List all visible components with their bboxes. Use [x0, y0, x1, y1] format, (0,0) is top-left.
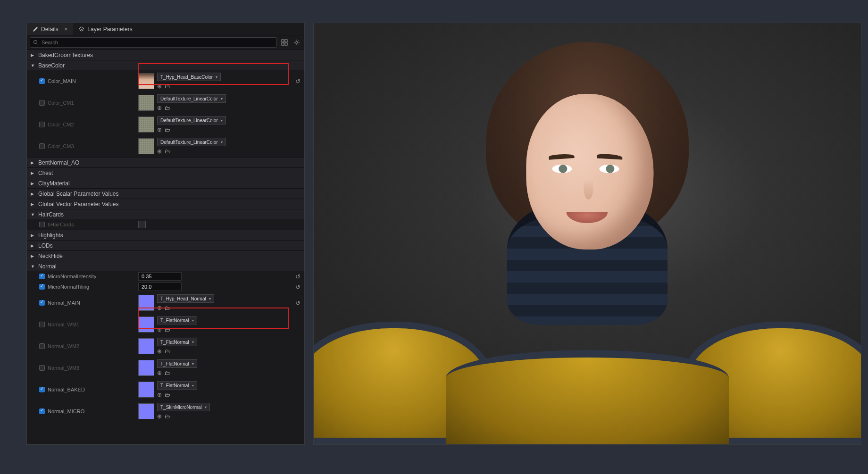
category-bentnormal[interactable]: ▶BentNormal_AO: [27, 157, 304, 167]
property-row: MicroNormalTiling 20.0 ↺: [27, 282, 304, 292]
use-selected-icon[interactable]: ⊕: [157, 413, 162, 420]
texture-swatch[interactable]: [138, 116, 154, 133]
property-label: Normal_WM3: [48, 365, 79, 371]
close-icon[interactable]: ×: [64, 25, 68, 33]
category-lods[interactable]: ▶LODs: [27, 240, 304, 250]
texture-swatch[interactable]: [138, 316, 154, 333]
browse-icon[interactable]: 🗁: [165, 305, 170, 311]
browse-icon[interactable]: 🗁: [165, 348, 170, 355]
override-checkbox[interactable]: [39, 365, 45, 371]
property-label: MicroNormalTiling: [48, 284, 89, 290]
texture-dropdown[interactable]: T_SkinMicroNormal ▾: [157, 403, 210, 411]
texture-dropdown[interactable]: T_Hyp_Head_Normal ▾: [157, 294, 214, 303]
browse-icon[interactable]: 🗁: [165, 370, 170, 376]
texture-swatch[interactable]: [138, 403, 154, 419]
texture-dropdown[interactable]: DefaultTexture_LinearColor ▾: [157, 94, 226, 103]
chevron-down-icon: ▼: [31, 63, 36, 68]
override-checkbox[interactable]: [39, 300, 45, 306]
texture-dropdown[interactable]: T_FlatNormal ▾: [157, 316, 197, 324]
category-claymaterial[interactable]: ▶ClayMaterial: [27, 178, 304, 188]
texture-swatch[interactable]: [138, 95, 154, 111]
override-checkbox[interactable]: [39, 284, 45, 290]
browse-icon[interactable]: 🗁: [165, 105, 170, 111]
reset-arrow-icon[interactable]: ↺: [295, 283, 300, 291]
texture-swatch[interactable]: [138, 382, 154, 398]
preview-viewport[interactable]: [313, 23, 861, 445]
number-field[interactable]: 0.35: [138, 272, 182, 281]
use-selected-icon[interactable]: ⊕: [157, 83, 162, 90]
category-baked-groom[interactable]: ▶ BakedGroomTextures: [27, 50, 304, 60]
use-selected-icon[interactable]: ⊕: [157, 305, 162, 311]
svg-rect-4: [285, 43, 287, 45]
browse-icon[interactable]: 🗁: [165, 413, 170, 420]
browse-icon[interactable]: 🗁: [165, 126, 170, 133]
property-label: bHairCards: [48, 222, 74, 227]
browse-icon[interactable]: 🗁: [165, 83, 170, 90]
browse-icon[interactable]: 🗁: [165, 148, 170, 155]
use-selected-icon[interactable]: ⊕: [157, 370, 162, 376]
tab-details-label: Details: [41, 26, 58, 33]
use-selected-icon[interactable]: ⊕: [157, 391, 162, 398]
texture-dropdown[interactable]: T_Hyp_Head_BaseColor ▾: [157, 73, 221, 81]
browse-icon[interactable]: 🗁: [165, 326, 170, 333]
category-neckhide[interactable]: ▶NeckHide: [27, 250, 304, 261]
grid-filter-icon[interactable]: [280, 38, 289, 47]
category-label: BaseColor: [38, 62, 65, 69]
property-tree[interactable]: ▶ BakedGroomTextures ▼ BaseColor Color_M…: [27, 50, 304, 444]
property-label: Color_CM1: [48, 100, 74, 106]
category-haircards[interactable]: ▼HairCards: [27, 209, 304, 219]
property-row: Color_MAIN T_Hyp_Head_BaseColor ▾ ⊕ 🗁 ↺: [27, 70, 304, 92]
use-selected-icon[interactable]: ⊕: [157, 126, 162, 133]
texture-swatch[interactable]: [138, 73, 154, 89]
override-checkbox[interactable]: [39, 274, 45, 279]
panel-tabs: Details × Layer Parameters: [27, 23, 304, 35]
texture-dropdown[interactable]: DefaultTexture_LinearColor ▾: [157, 138, 226, 146]
reset-arrow-icon[interactable]: ↺: [295, 273, 300, 280]
texture-swatch[interactable]: [138, 338, 154, 354]
search-input[interactable]: [30, 37, 277, 48]
tab-layer-parameters[interactable]: Layer Parameters: [73, 23, 138, 35]
face-eye-right: [599, 165, 619, 173]
override-checkbox[interactable]: [39, 122, 45, 127]
chevron-down-icon: ▾: [192, 362, 194, 366]
search-field[interactable]: [42, 40, 274, 45]
texture-dropdown[interactable]: T_FlatNormal ▾: [157, 338, 197, 346]
tab-details[interactable]: Details ×: [27, 23, 73, 35]
override-checkbox[interactable]: [39, 343, 45, 349]
gear-icon[interactable]: [292, 38, 301, 47]
reset-arrow-icon[interactable]: ↺: [295, 78, 300, 85]
texture-dropdown[interactable]: T_FlatNormal ▾: [157, 359, 197, 368]
override-checkbox[interactable]: [39, 408, 45, 414]
use-selected-icon[interactable]: ⊕: [157, 148, 162, 155]
override-checkbox[interactable]: [39, 387, 45, 392]
texture-name: DefaultTexture_LinearColor: [160, 140, 218, 145]
details-panel: Details × Layer Parameters: [26, 23, 305, 445]
pencil-icon: [33, 26, 38, 32]
texture-dropdown[interactable]: T_FlatNormal ▾: [157, 381, 197, 390]
use-selected-icon[interactable]: ⊕: [157, 326, 162, 333]
texture-dropdown[interactable]: DefaultTexture_LinearColor ▾: [157, 116, 226, 125]
category-highlights[interactable]: ▶Highlights: [27, 230, 304, 240]
category-global-scalar[interactable]: ▶Global Scalar Parameter Values: [27, 188, 304, 199]
category-basecolor[interactable]: ▼ BaseColor: [27, 60, 304, 70]
reset-arrow-icon[interactable]: ↺: [295, 299, 300, 307]
override-checkbox[interactable]: [39, 143, 45, 149]
texture-swatch[interactable]: [138, 295, 154, 311]
bool-box[interactable]: [138, 221, 146, 228]
number-field[interactable]: 20.0: [138, 283, 182, 291]
category-normal[interactable]: ▼Normal: [27, 261, 304, 271]
use-selected-icon[interactable]: ⊕: [157, 105, 162, 111]
override-checkbox[interactable]: [39, 322, 45, 327]
texture-swatch[interactable]: [138, 360, 154, 376]
property-label: Normal_WM1: [48, 322, 79, 327]
browse-icon[interactable]: 🗁: [165, 391, 170, 398]
category-chest[interactable]: ▶Chest: [27, 167, 304, 178]
chevron-down-icon: ▾: [221, 140, 223, 144]
use-selected-icon[interactable]: ⊕: [157, 348, 162, 355]
override-checkbox[interactable]: [39, 222, 45, 227]
texture-swatch[interactable]: [138, 138, 154, 154]
category-global-vector[interactable]: ▶Global Vector Parameter Values: [27, 199, 304, 209]
property-row: Normal_MICRO T_SkinMicroNormal ▾ ⊕ 🗁: [27, 400, 304, 422]
override-checkbox[interactable]: [39, 78, 45, 84]
override-checkbox[interactable]: [39, 100, 45, 106]
